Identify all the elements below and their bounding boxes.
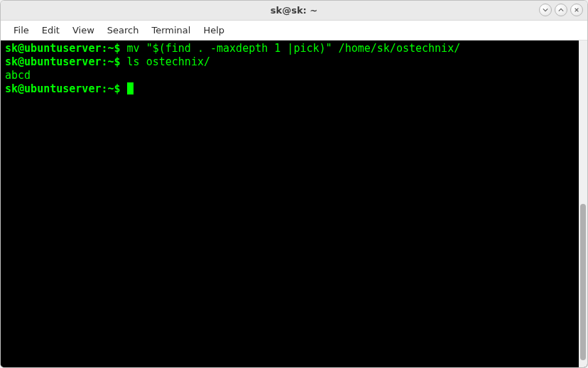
close-icon [574, 7, 579, 13]
scrollbar-thumb[interactable] [580, 204, 586, 360]
command-line: ls ostechnix/ [127, 55, 210, 68]
cursor [127, 82, 134, 94]
chevron-up-icon [558, 7, 564, 13]
titlebar: sk@sk: ~ [1, 1, 587, 21]
prompt: sk@ubuntuserver:~$ [5, 82, 121, 95]
window-controls [539, 4, 583, 16]
prompt: sk@ubuntuserver:~$ [5, 42, 121, 55]
command-line: mv "$(find . -maxdepth 1 |pick)" /home/s… [127, 42, 461, 55]
output-line: abcd [5, 69, 31, 82]
close-button[interactable] [570, 4, 583, 16]
window-title: sk@sk: ~ [271, 5, 317, 16]
terminal-output[interactable]: sk@ubuntuserver:~$ mv "$(find . -maxdept… [1, 40, 579, 367]
menu-terminal[interactable]: Terminal [146, 22, 196, 38]
menu-file[interactable]: File [8, 22, 35, 38]
menubar: File Edit View Search Terminal Help [1, 21, 587, 40]
chevron-down-icon [543, 7, 548, 13]
terminal-window: sk@sk: ~ File Edit View Search Terminal … [0, 0, 588, 368]
scrollbar[interactable] [579, 40, 587, 367]
minimize-button[interactable] [539, 4, 552, 16]
maximize-button[interactable] [555, 4, 567, 16]
menu-search[interactable]: Search [102, 22, 145, 38]
prompt: sk@ubuntuserver:~$ [5, 55, 121, 68]
menu-view[interactable]: View [67, 22, 100, 38]
terminal-body: sk@ubuntuserver:~$ mv "$(find . -maxdept… [1, 40, 587, 367]
menu-help[interactable]: Help [197, 22, 230, 38]
menu-edit[interactable]: Edit [36, 22, 65, 38]
